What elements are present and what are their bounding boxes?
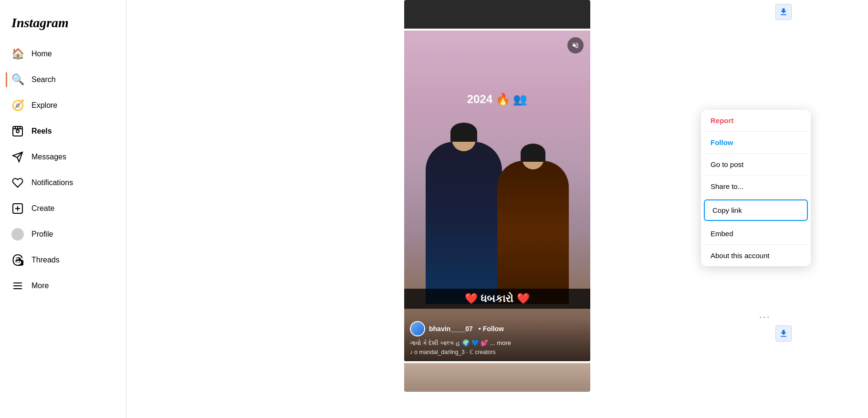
sidebar-nav: 🏠 Home 🔍 Search 🧭 Explore — [6, 42, 120, 410]
go-to-post-label: Go to post — [711, 160, 743, 168]
reel-card-bottom-partial — [404, 363, 590, 392]
context-menu-item-embed[interactable]: Embed — [701, 223, 811, 245]
copy-link-label: Copy link — [712, 206, 742, 214]
profile-avatar — [11, 228, 24, 240]
about-account-label: About this account — [711, 251, 769, 260]
sidebar-label-home: Home — [31, 50, 52, 58]
sidebar-label-messages: Messages — [31, 153, 66, 161]
reel-card-main: 2024 🔥 👥 ❤️ ધબકારો ❤️ — [404, 31, 590, 361]
reel-year-text: 2024 🔥 👥 — [467, 93, 528, 106]
context-menu-item-report[interactable]: Report — [701, 110, 811, 132]
context-menu-item-share-to[interactable]: Share to... — [701, 176, 811, 198]
reels-feed: 2024 🔥 👥 ❤️ ધબકારો ❤️ — [404, 0, 590, 392]
sidebar-item-explore[interactable]: 🧭 Explore — [6, 94, 120, 117]
sidebar-label-create: Create — [31, 204, 54, 213]
svg-point-1 — [16, 130, 19, 133]
reel-year-label: 2024 🔥 👥 — [467, 93, 528, 105]
reels-icon — [11, 125, 24, 137]
report-label: Report — [711, 116, 733, 125]
reel-username[interactable]: bhavin____07 — [429, 325, 473, 333]
download-button-bottom[interactable] — [775, 325, 792, 342]
sidebar-label-search: Search — [31, 75, 56, 84]
sidebar-item-notifications[interactable]: Notifications — [6, 171, 120, 195]
create-icon — [11, 202, 24, 215]
sidebar-item-search[interactable]: 🔍 Search — [6, 68, 120, 92]
reel-bottom-info: bhavin____07 • Follow ગાવો કે દેશી બાલ્ક… — [404, 317, 590, 361]
sidebar-label-notifications: Notifications — [31, 178, 73, 187]
sidebar-item-home[interactable]: 🏠 Home — [6, 42, 120, 66]
notifications-icon — [11, 177, 24, 189]
reel-caption: ગાવો કે દેશી બાલ્ક હ 🌍 💙 💕 ... more — [410, 339, 585, 347]
context-menu-item-about-account[interactable]: About this account — [701, 245, 811, 266]
sidebar-label-threads: Threads — [31, 256, 60, 264]
mute-button[interactable] — [567, 37, 584, 53]
reel-user-avatar[interactable] — [410, 321, 425, 336]
context-menu-copy-link-wrapper: Copy link — [701, 199, 811, 221]
share-to-label: Share to... — [711, 182, 743, 190]
reel-card-top-partial — [404, 0, 590, 29]
download-button-top[interactable] — [775, 4, 792, 20]
sidebar-item-reels[interactable]: Reels — [6, 119, 120, 143]
instagram-logo[interactable]: Instagram — [6, 8, 120, 42]
context-menu: Report Follow Go to post Share to... Cop… — [701, 110, 811, 266]
sidebar-label-explore: Explore — [31, 101, 57, 110]
main-content: 2024 🔥 👥 ❤️ ધબકારો ❤️ — [126, 0, 868, 418]
context-menu-item-go-to-post[interactable]: Go to post — [701, 154, 811, 176]
sidebar-item-messages[interactable]: Messages — [6, 145, 120, 169]
anime-characters — [404, 123, 590, 304]
reel-follow-button[interactable]: • Follow — [479, 325, 504, 333]
more-dots[interactable]: ... — [759, 310, 771, 320]
follow-label: Follow — [711, 138, 733, 146]
threads-icon — [11, 254, 24, 266]
sidebar-item-profile[interactable]: Profile — [6, 222, 120, 246]
sidebar: Instagram 🏠 Home 🔍 Search 🧭 Explore — [0, 0, 126, 418]
sidebar-label-more: More — [31, 282, 49, 290]
sidebar-item-create[interactable]: Create — [6, 197, 120, 220]
reel-music: ♪ o mandal_darling_3 · ℂ creators — [410, 349, 585, 355]
search-icon: 🔍 — [11, 73, 24, 86]
character-right — [497, 161, 569, 304]
more-icon — [11, 280, 24, 292]
sidebar-item-threads[interactable]: Threads — [6, 248, 120, 272]
home-icon: 🏠 — [11, 48, 24, 60]
character-left — [426, 142, 502, 304]
reel-heart-text: ❤️ ધબકારો ❤️ — [404, 289, 590, 309]
context-menu-item-follow[interactable]: Follow — [701, 132, 811, 154]
messages-icon — [11, 151, 24, 163]
explore-icon: 🧭 — [11, 99, 24, 112]
reel-user-row: bhavin____07 • Follow — [410, 321, 585, 336]
sidebar-item-more[interactable]: More — [6, 274, 120, 298]
embed-label: Embed — [711, 230, 733, 238]
context-menu-item-copy-link[interactable]: Copy link — [704, 199, 808, 221]
sidebar-label-profile: Profile — [31, 230, 53, 239]
sidebar-label-reels: Reels — [31, 127, 52, 136]
search-active-indicator — [6, 72, 7, 87]
